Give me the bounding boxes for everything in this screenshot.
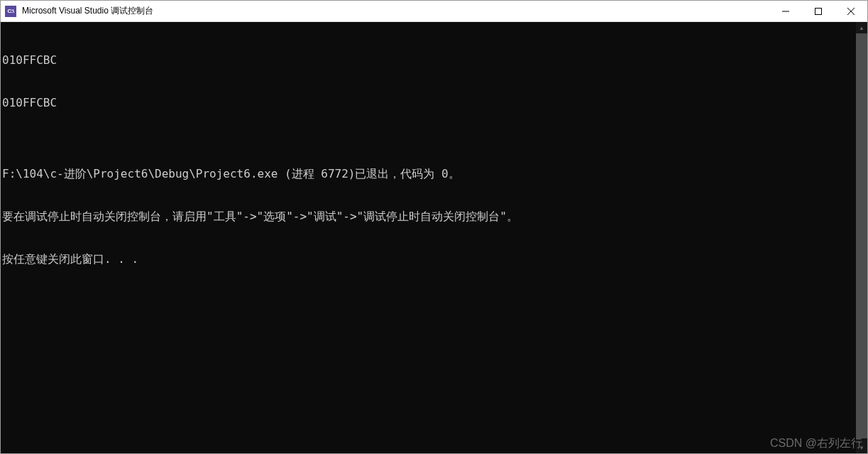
app-icon: C:\ xyxy=(5,6,16,17)
scrollbar-down-arrow-icon[interactable]: ▼ xyxy=(856,442,867,453)
window-controls xyxy=(769,1,867,21)
scrollbar-up-arrow-icon[interactable]: ▲ xyxy=(856,22,867,33)
vertical-scrollbar[interactable]: ▲ ▼ xyxy=(856,22,867,453)
minimize-button[interactable] xyxy=(769,1,802,21)
console-line: 010FFCBC xyxy=(2,53,856,67)
app-window: C:\ Microsoft Visual Studio 调试控制台 010FFC… xyxy=(0,0,868,454)
maximize-button[interactable] xyxy=(802,1,835,21)
console-line: 010FFCBC xyxy=(2,96,856,110)
close-button[interactable] xyxy=(835,1,867,21)
scrollbar-thumb[interactable] xyxy=(856,33,867,438)
console-line: F:\104\c-进阶\Project6\Debug\Project6.exe … xyxy=(2,167,856,181)
titlebar[interactable]: C:\ Microsoft Visual Studio 调试控制台 xyxy=(1,1,867,22)
svg-rect-1 xyxy=(815,8,822,14)
console-line: 按任意键关闭此窗口. . . xyxy=(2,252,856,266)
window-title: Microsoft Visual Studio 调试控制台 xyxy=(22,5,769,17)
console-area: 010FFCBC 010FFCBC F:\104\c-进阶\Project6\D… xyxy=(1,22,867,453)
console-output[interactable]: 010FFCBC 010FFCBC F:\104\c-进阶\Project6\D… xyxy=(1,22,856,453)
console-line: 要在调试停止时自动关闭控制台，请启用"工具"->"选项"->"调试"->"调试停… xyxy=(2,210,856,224)
